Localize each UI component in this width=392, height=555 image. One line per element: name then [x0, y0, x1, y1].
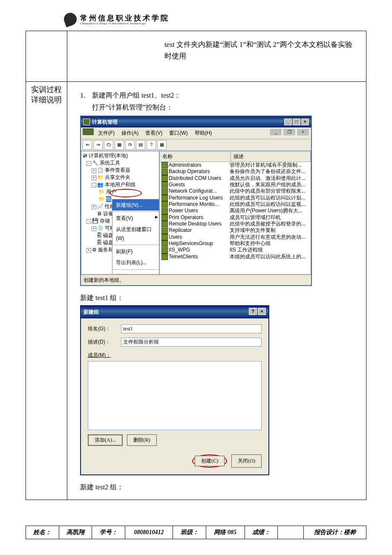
list-item[interactable]: Backup Operators备份操作员为了备份或还原文件...: [160, 168, 311, 175]
list-item[interactable]: HelpServicesGroup帮助和支持中心组: [160, 240, 311, 247]
group-icon: [161, 162, 168, 168]
list-item[interactable]: Replicator支持域中的文件复制: [160, 227, 311, 234]
up-folder-icon[interactable]: 🗀: [104, 140, 113, 150]
menu-window[interactable]: 窗口(W): [167, 128, 190, 138]
remove-button[interactable]: 删除(R): [127, 434, 157, 446]
tree-storage[interactable]: 存储: [100, 218, 110, 224]
extra-icon[interactable]: ▦: [157, 140, 167, 150]
ft-id-val: 0808010412: [125, 526, 173, 539]
list-item[interactable]: Guests按默认值，来宾跟用户组的成员...: [160, 182, 311, 188]
lbl-description: 描述(D)：: [88, 338, 121, 346]
cm-window-controls: _ □ ×: [284, 119, 309, 125]
tree-localusers[interactable]: 本地用户和组: [105, 182, 135, 188]
menu-view[interactable]: 查看(V): [143, 128, 165, 138]
col-name[interactable]: 名称: [160, 151, 231, 162]
ctx-export[interactable]: 导出列表(L)...: [112, 257, 159, 268]
mdi-restore-icon[interactable]: ❐: [283, 128, 296, 136]
ctx-from-here[interactable]: 从这里创建窗口(W): [112, 224, 159, 244]
tree-systools[interactable]: 系统工具: [100, 160, 120, 166]
ctx-refresh[interactable]: 刷新(F): [112, 246, 159, 257]
computer-mgmt-window: 计算机管理 _ □ × 文件(F) 操作(A) 查看(V): [80, 116, 312, 286]
list-header: 名称 描述: [160, 151, 311, 162]
step1-number: 1.: [80, 90, 85, 113]
group-icon: [161, 188, 168, 195]
side-label-2: 详细说明: [29, 95, 63, 105]
minimize-icon[interactable]: _: [284, 119, 292, 125]
group-icon: [161, 208, 168, 214]
logo-icon: [62, 11, 78, 27]
top-note-text: test 文件夹内新建“测试 1”和“测试 2”两个文本文档以备实验时使用: [71, 34, 363, 79]
input-description[interactable]: [121, 338, 262, 347]
mdi-close-icon[interactable]: ×: [297, 128, 309, 136]
new-group-dialog: 新建组 ? × 组名(G)： 描述(D)：: [80, 305, 269, 475]
list-item[interactable]: TelnetClients本组的成员可以访问此系统上的...: [160, 254, 311, 260]
annotation-circle-create: 创建(C): [192, 454, 227, 468]
col-desc[interactable]: 描述: [231, 151, 311, 162]
list-item[interactable]: Performance Monito...此组的成员可以远程访问以监视...: [160, 201, 311, 208]
tree-root[interactable]: 计算机管理(本地): [89, 153, 128, 159]
close-icon[interactable]: ×: [301, 119, 309, 125]
add-button[interactable]: 添加(A)...: [88, 435, 122, 445]
input-group-name[interactable]: [121, 324, 262, 333]
forward-icon[interactable]: ⇒: [93, 140, 103, 150]
group-icon: [161, 240, 168, 247]
list-item[interactable]: Power Users高级用户(Power Users)拥有大...: [160, 208, 311, 214]
group-icon: [161, 234, 168, 240]
menu-file[interactable]: 文件(F): [95, 128, 117, 138]
tree-eventviewer[interactable]: 事件查看器: [105, 167, 130, 173]
create-button[interactable]: 创建(C): [195, 456, 225, 466]
tree-shared[interactable]: 共享文件夹: [105, 174, 130, 180]
group-icon: [161, 175, 168, 182]
menu-icon: [83, 128, 94, 135]
refresh-icon[interactable]: ⟳: [125, 140, 135, 150]
views-icon[interactable]: ▦: [115, 140, 124, 150]
side-label-cell: 实训过程 详细说明: [26, 82, 67, 500]
dlg-title: 新建组: [84, 308, 99, 316]
list-item[interactable]: Network Configurat...此组中的成员有部分管理权限来...: [160, 188, 311, 194]
ft-name-val: 高凯翔: [59, 526, 92, 539]
cm-title-bar: 计算机管理 _ □ ×: [81, 116, 311, 127]
list-item[interactable]: IIS_WPGIIS 工作进程组: [160, 247, 311, 253]
cm-title: 计算机管理: [92, 118, 118, 126]
tree-groups[interactable]: 组: [106, 196, 111, 202]
maximize-icon[interactable]: □: [293, 119, 300, 125]
tree-services[interactable]: 服务和: [98, 247, 113, 253]
dlg-close-icon[interactable]: ×: [258, 308, 266, 315]
ctx-help[interactable]: 帮助(H): [112, 271, 159, 275]
back-icon[interactable]: ⇐: [83, 140, 92, 150]
list-item[interactable]: Users用户无法进行有意或无意的改动...: [160, 234, 311, 240]
menu-action[interactable]: 操作(A): [119, 128, 141, 138]
blank-left-cell: [26, 31, 67, 82]
group-icon: [161, 201, 168, 208]
ctx-view[interactable]: 查看(V): [112, 213, 159, 224]
close-button[interactable]: 关闭(O): [231, 454, 262, 468]
ctx-new-group[interactable]: 新建组(N)...: [112, 199, 159, 211]
group-icon: [161, 169, 168, 175]
cm-tree[interactable]: 🖳 计算机管理(本地) -🔧 系统工具 +📋 事件查看器 +📁 共享文件夹 -👥…: [81, 151, 159, 275]
ft-class-lbl: 班级：: [173, 526, 206, 539]
ft-grade-lbl: 成绩：: [245, 526, 278, 539]
ft-grade-val: [278, 526, 304, 539]
help-icon[interactable]: ?: [147, 140, 156, 150]
mdi-minimize-icon[interactable]: _: [269, 128, 282, 136]
dlg-title-bar: 新建组 ? ×: [81, 306, 268, 318]
list-item[interactable]: Remote Desktop Users此组中的成员被授予远程登录的...: [160, 221, 311, 227]
dlg-help-icon[interactable]: ?: [249, 308, 257, 315]
list-item[interactable]: Performance Log Users此组的成员可以远程访问以计划...: [160, 195, 311, 201]
list-body: Administrators管理员对计算机/域有不受限制...Backup Op…: [160, 162, 311, 260]
list-item[interactable]: Distributed COM Users成员允许启动、激活和使用此计...: [160, 175, 311, 182]
export-icon[interactable]: ▤: [136, 140, 145, 150]
members-listbox[interactable]: [88, 361, 262, 430]
list-item[interactable]: Print Operators成员可以管理域打印机: [160, 214, 311, 221]
ft-report-design: 报告设计：楼桦: [304, 526, 366, 539]
menu-help[interactable]: 帮助(H): [192, 128, 215, 138]
context-menu: 新建组(N)... 查看(V) 从这里创建窗口(W) 刷新(F) 导出列表(L)…: [112, 199, 159, 275]
step2-line: 新建 test1 组：: [80, 292, 357, 304]
ft-id-lbl: 学号：: [92, 526, 125, 539]
list-item[interactable]: Administrators管理员对计算机/域有不受限制...: [160, 162, 311, 168]
step1-line1: 新建两个用户组 test1、test2：: [92, 90, 181, 101]
tree-users[interactable]: 用户: [106, 189, 116, 195]
cm-status-bar: 创建新的本地组。: [81, 275, 311, 285]
cm-list-pane[interactable]: 名称 描述 Administrators管理员对计算机/域有不受限制...Bac…: [159, 151, 311, 275]
group-icon: [161, 228, 168, 234]
